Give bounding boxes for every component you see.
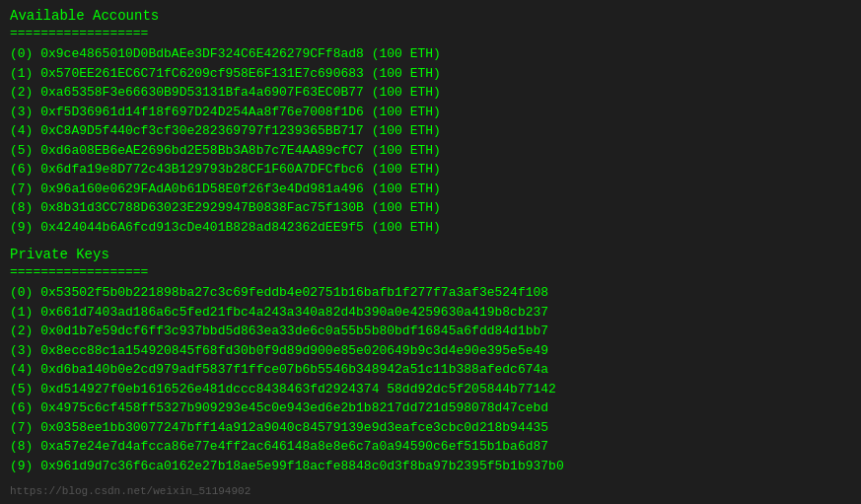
- key-row: (7) 0x0358ee1bb30077247bff14a912a9040c84…: [10, 418, 851, 438]
- available-accounts-divider: ==================: [10, 26, 851, 40]
- account-row: (5) 0xd6a08EB6eAE2696bd2E58Bb3A8b7c7E4AA…: [10, 141, 851, 161]
- key-row: (6) 0x4975c6cf458ff5327b909293e45c0e943e…: [10, 398, 851, 418]
- account-row: (1) 0x570EE261EC6C71fC6209cf958E6F131E7c…: [10, 64, 851, 84]
- key-row: (3) 0x8ecc88c1a154920845f68fd30b0f9d89d9…: [10, 341, 851, 361]
- private-keys-section: Private Keys ================== (0) 0x53…: [10, 247, 851, 475]
- account-row: (9) 0x424044b6A6fcd913cDe401B828ad842362…: [10, 218, 851, 238]
- account-row: (2) 0xa65358F3e66630B9D53131Bfa4a6907F63…: [10, 83, 851, 103]
- account-row: (4) 0xC8A9D5f440cf3cf30e282369797f123936…: [10, 121, 851, 141]
- watermark: https://blog.csdn.net/weixin_51194902: [10, 485, 851, 497]
- private-keys-title: Private Keys: [10, 247, 851, 262]
- available-accounts-title: Available Accounts: [10, 8, 851, 24]
- key-row: (2) 0x0d1b7e59dcf6ff3c937bbd5d863ea33de6…: [10, 322, 851, 341]
- key-row: (4) 0xd6ba140b0e2cd979adf5837f1ffce07b6b…: [10, 360, 851, 380]
- key-row: (9) 0x961d9d7c36f6ca0162e27b18ae5e99f18a…: [10, 457, 851, 476]
- private-keys-divider: ==================: [10, 264, 851, 279]
- keys-list: (0) 0x53502f5b0b221898ba27c3c69feddb4e02…: [10, 283, 851, 475]
- key-row: (5) 0xd514927f0eb1616526e481dccc8438463f…: [10, 380, 851, 399]
- accounts-list: (0) 0x9ce4865010D0BdbAEe3DF324C6E426279C…: [10, 44, 851, 237]
- account-row: (0) 0x9ce4865010D0BdbAEe3DF324C6E426279C…: [10, 44, 851, 64]
- available-accounts-section: Available Accounts ================== (0…: [10, 8, 851, 237]
- key-row: (0) 0x53502f5b0b221898ba27c3c69feddb4e02…: [10, 283, 851, 303]
- key-row: (8) 0xa57e24e7d4afcca86e77e4ff2ac646148a…: [10, 437, 851, 457]
- account-row: (8) 0x8b31d3CC788D63023E2929947B0838Fac7…: [10, 198, 851, 218]
- account-row: (3) 0xf5D36961d14f18f697D24D254Aa8f76e70…: [10, 103, 851, 122]
- account-row: (7) 0x96a160e0629FAdA0b61D58E0f26f3e4Dd9…: [10, 180, 851, 199]
- account-row: (6) 0x6dfa19e8D772c43B129793b28CF1F60A7D…: [10, 160, 851, 180]
- key-row: (1) 0x661d7403ad186a6c5fed21fbc4a243a340…: [10, 303, 851, 323]
